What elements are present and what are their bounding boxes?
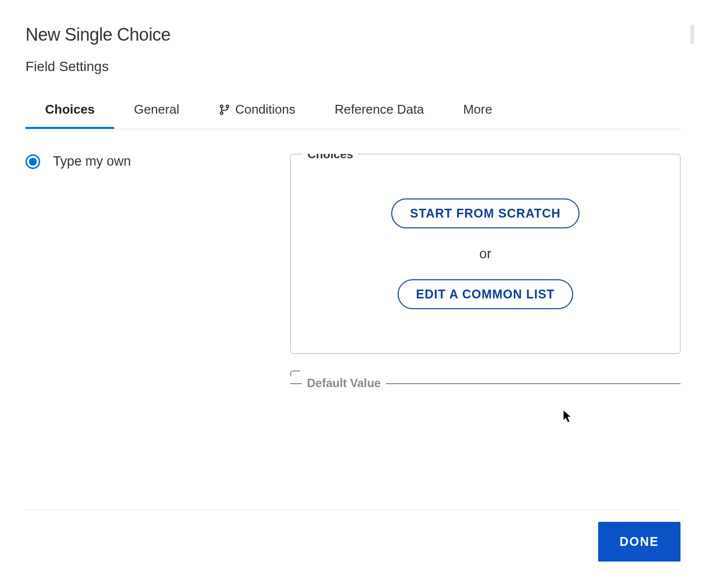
tab-choices[interactable]: Choices [25, 94, 114, 129]
tab-general[interactable]: General [114, 94, 199, 129]
default-value-legend: Default Value [302, 376, 386, 390]
tab-content-choices: Type my own Choices START FROM SCRATCH o… [25, 154, 681, 510]
choices-fieldset: Choices START FROM SCRATCH or EDIT A COM… [290, 154, 681, 354]
svg-point-1 [226, 105, 228, 107]
done-button[interactable]: DONE [598, 522, 681, 562]
tab-label: Conditions [235, 102, 296, 117]
tab-more[interactable]: More [444, 94, 512, 129]
default-value-fieldset: Default Value [290, 373, 681, 393]
dialog-subtitle: Field Settings [25, 59, 681, 74]
radio-type-my-own[interactable]: Type my own [25, 154, 271, 169]
radio-indicator [25, 154, 40, 169]
radio-label: Type my own [53, 154, 131, 169]
tab-conditions[interactable]: Conditions [199, 94, 315, 129]
scrollbar[interactable] [690, 24, 694, 44]
radio-dot [29, 158, 37, 166]
tab-label: Reference Data [335, 102, 424, 117]
dialog-footer: DONE [25, 510, 681, 573]
fieldset-corner [290, 370, 300, 376]
tab-reference-data[interactable]: Reference Data [315, 94, 444, 129]
tabs: Choices General Conditions Reference Dat… [25, 94, 681, 129]
tab-label: Choices [45, 102, 95, 117]
tab-label: General [134, 102, 179, 117]
source-options: Type my own [25, 154, 271, 510]
edit-common-list-button[interactable]: EDIT A COMMON LIST [398, 279, 574, 309]
or-separator: or [479, 246, 492, 262]
field-settings-dialog: New Single Choice Field Settings Choices… [11, 0, 695, 588]
choices-column: Choices START FROM SCRATCH or EDIT A COM… [290, 154, 681, 510]
svg-point-0 [220, 105, 223, 107]
dialog-title: New Single Choice [25, 24, 681, 45]
svg-point-2 [220, 112, 223, 114]
tab-label: More [463, 102, 492, 117]
choices-legend: Choices [303, 154, 358, 161]
start-from-scratch-button[interactable]: START FROM SCRATCH [391, 198, 579, 228]
branch-icon [219, 104, 230, 116]
